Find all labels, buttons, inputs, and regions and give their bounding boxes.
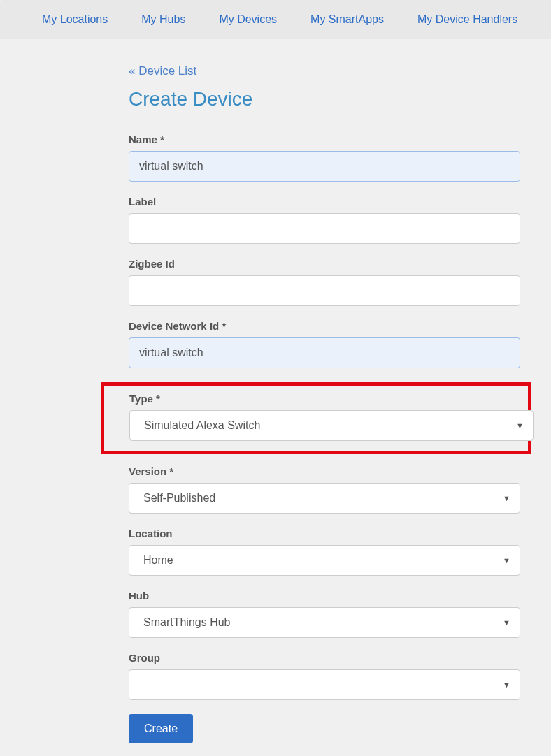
label-input[interactable] [129,213,520,244]
version-selected-value: Self-Published [129,483,520,514]
form-group-group: Group ▼ [129,652,520,700]
location-select[interactable]: Home ▼ [129,545,520,576]
type-selected-value: Simulated Alexa Switch [129,410,534,441]
nav-smartapps[interactable]: My SmartApps [310,13,384,26]
version-label: Version * [129,465,520,477]
form-group-device-network-id: Device Network Id * [129,320,520,368]
hub-selected-value: SmartThings Hub [129,607,520,638]
type-label: Type * [129,393,518,405]
name-label: Name * [129,133,520,145]
label-label: Label [129,196,520,208]
zigbee-id-label: Zigbee Id [129,258,520,270]
nav-devices[interactable]: My Devices [219,13,277,26]
top-nav: My Locations My Hubs My Devices My Smart… [0,0,551,39]
location-selected-value: Home [129,545,520,576]
form-group-label: Label [129,196,520,244]
main-content: « Device List Create Device Name * Label… [129,39,520,743]
group-label: Group [129,652,520,664]
form-group-location: Location Home ▼ [129,528,520,576]
form-group-type: Type * Simulated Alexa Switch ▼ [101,382,531,454]
group-select[interactable]: ▼ [129,669,520,700]
location-label: Location [129,528,520,539]
back-to-device-list-link[interactable]: « Device List [129,64,196,78]
page-title: Create Device [129,88,520,110]
device-network-id-input[interactable] [129,337,520,368]
form-group-version: Version * Self-Published ▼ [129,465,520,514]
nav-device-handlers[interactable]: My Device Handlers [417,13,517,26]
title-divider [129,115,520,115]
nav-locations[interactable]: My Locations [42,13,108,26]
type-select[interactable]: Simulated Alexa Switch ▼ [129,410,534,441]
hub-select[interactable]: SmartThings Hub ▼ [129,607,520,638]
group-selected-value [129,669,520,700]
zigbee-id-input[interactable] [129,275,520,306]
version-select[interactable]: Self-Published ▼ [129,483,520,514]
hub-label: Hub [129,590,520,602]
device-network-id-label: Device Network Id * [129,320,520,332]
name-input[interactable] [129,151,520,182]
form-group-zigbee-id: Zigbee Id [129,258,520,306]
form-group-name: Name * [129,133,520,182]
nav-hubs[interactable]: My Hubs [141,13,185,26]
create-button[interactable]: Create [129,714,193,743]
form-group-hub: Hub SmartThings Hub ▼ [129,590,520,638]
